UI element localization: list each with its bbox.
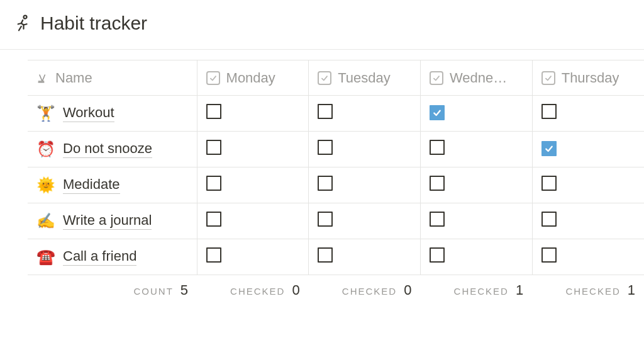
row-emoji-icon: 🏋️ — [36, 106, 55, 121]
checkbox-property-icon — [430, 71, 443, 85]
habit-checkbox[interactable] — [318, 247, 333, 263]
footer-checked-monday: CHECKED 0 — [197, 275, 309, 305]
checkbox-cell — [309, 239, 421, 275]
checkbox-cell — [309, 96, 421, 132]
row-label[interactable]: Workout — [63, 105, 114, 122]
checkbox-cell — [197, 203, 309, 239]
footer-checked-thursday: CHECKED 1 — [532, 275, 644, 305]
habit-table: Name Monday Tu — [28, 60, 644, 305]
habit-checkbox[interactable] — [541, 141, 557, 156]
row-name-cell[interactable]: ✍️Write a journal — [28, 203, 197, 239]
habit-table-container: Name Monday Tu — [0, 50, 644, 305]
habit-checkbox[interactable] — [541, 247, 557, 263]
checkbox-cell — [532, 203, 644, 239]
column-header-tuesday[interactable]: Tuesday — [309, 60, 421, 96]
habit-checkbox[interactable] — [430, 247, 445, 263]
habit-checkbox[interactable] — [430, 105, 445, 120]
row-label[interactable]: Medidate — [63, 176, 120, 194]
row-emoji-icon: ⏰ — [36, 142, 55, 157]
checkbox-cell — [532, 132, 644, 167]
row-name-cell[interactable]: 🌞Medidate — [28, 167, 197, 203]
checkbox-cell — [197, 132, 309, 167]
checkbox-cell — [420, 96, 532, 132]
checkbox-cell — [420, 167, 532, 203]
row-label[interactable]: Call a friend — [63, 248, 136, 266]
row-name-cell[interactable]: ⏰Do not snooze — [28, 132, 197, 167]
footer-checked-wednesday: CHECKED 1 — [420, 275, 532, 305]
habit-checkbox[interactable] — [318, 212, 333, 227]
row-emoji-icon: ✍️ — [36, 213, 55, 229]
row-emoji-icon: ☎️ — [36, 249, 55, 264]
habit-checkbox[interactable] — [206, 176, 221, 191]
checkbox-cell — [309, 203, 421, 239]
checkbox-cell — [532, 167, 644, 203]
footer-checked-tuesday: CHECKED 0 — [309, 275, 421, 305]
habit-checkbox[interactable] — [206, 104, 221, 119]
table-row: ✍️Write a journal — [28, 203, 644, 239]
habit-checkbox[interactable] — [541, 104, 557, 119]
habit-checkbox[interactable] — [206, 212, 221, 227]
checkbox-cell — [420, 239, 532, 275]
checkbox-cell — [420, 132, 532, 167]
checkbox-cell — [197, 96, 309, 132]
column-header-thursday[interactable]: Thursday — [532, 60, 644, 96]
checkbox-property-icon — [541, 71, 555, 85]
checkbox-cell — [197, 239, 309, 275]
checkbox-cell — [420, 203, 532, 239]
checkbox-cell — [197, 167, 309, 203]
row-emoji-icon: 🌞 — [36, 178, 55, 193]
column-header-wednesday[interactable]: Wedne… — [420, 60, 532, 96]
habit-checkbox[interactable] — [318, 104, 333, 119]
habit-checkbox[interactable] — [206, 140, 221, 155]
checkbox-property-icon — [206, 71, 220, 85]
row-label[interactable]: Write a journal — [63, 212, 152, 230]
table-footer-row: COUNT 5 CHECKED 0 CHECKED 0 CHECKED 1 CH… — [28, 275, 644, 305]
habit-checkbox[interactable] — [430, 212, 445, 227]
checkbox-cell — [309, 167, 421, 203]
row-label[interactable]: Do not snooze — [63, 140, 152, 158]
habit-checkbox[interactable] — [541, 176, 557, 191]
table-header-row: Name Monday Tu — [28, 60, 644, 96]
checkbox-property-icon — [318, 71, 331, 85]
page-header: Habit tracker — [0, 0, 644, 50]
table-row: 🌞Medidate — [28, 167, 644, 203]
row-name-cell[interactable]: ☎️Call a friend — [28, 239, 197, 275]
table-row: ☎️Call a friend — [28, 239, 644, 275]
habit-checkbox[interactable] — [206, 247, 221, 263]
checkbox-cell — [532, 239, 644, 275]
page-title: Habit tracker — [40, 13, 147, 34]
habit-checkbox[interactable] — [541, 212, 557, 227]
running-person-icon — [13, 14, 31, 33]
column-header-monday[interactable]: Monday — [197, 60, 309, 96]
svg-point-0 — [24, 16, 27, 19]
table-row: 🏋️Workout — [28, 96, 644, 132]
checkbox-cell — [532, 96, 644, 132]
footer-count: COUNT 5 — [28, 275, 197, 305]
habit-checkbox[interactable] — [430, 176, 445, 191]
column-header-name[interactable]: Name — [28, 60, 197, 96]
checkbox-cell — [309, 132, 421, 167]
table-row: ⏰Do not snooze — [28, 132, 644, 167]
habit-checkbox[interactable] — [318, 176, 333, 191]
habit-checkbox[interactable] — [318, 140, 333, 155]
text-property-icon — [36, 72, 49, 84]
row-name-cell[interactable]: 🏋️Workout — [28, 96, 197, 132]
habit-checkbox[interactable] — [430, 140, 445, 155]
